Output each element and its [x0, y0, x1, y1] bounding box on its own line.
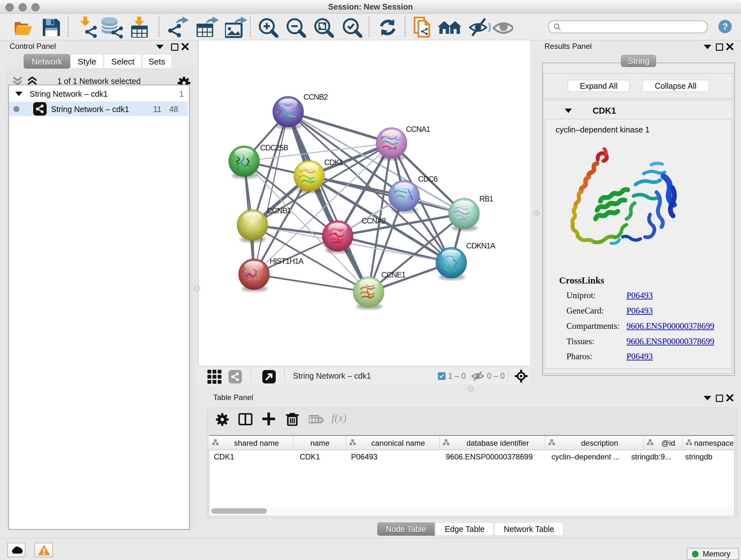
svg-text:CCNA2: CCNA2: [361, 216, 386, 225]
svg-text:CDC6: CDC6: [418, 175, 437, 183]
svg-text:CDC25B: CDC25B: [260, 143, 288, 152]
svg-text:CCNA1: CCNA1: [406, 125, 430, 133]
svg-text:CCNB2: CCNB2: [304, 92, 328, 101]
svg-text:HIST1H1A: HIST1H1A: [270, 257, 304, 265]
svg-text:CCNB1: CCNB1: [267, 206, 291, 215]
svg-text:CCNE1: CCNE1: [381, 270, 406, 279]
svg-text:CDK1: CDK1: [324, 158, 343, 167]
svg-text:RB1: RB1: [479, 194, 493, 203]
svg-text:CDKN1A: CDKN1A: [466, 241, 495, 250]
